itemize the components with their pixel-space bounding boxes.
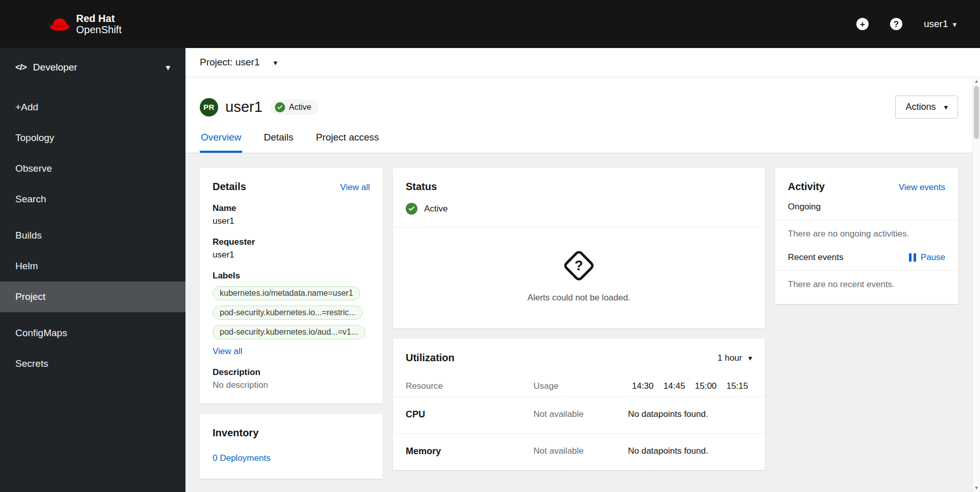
scroll-down-icon[interactable]: ▼ [973, 484, 980, 492]
check-circle-icon [406, 203, 417, 215]
status-card: Status Active ? Alerts coul [393, 168, 765, 329]
details-card: Details View all Name user1 Requester us… [200, 168, 383, 404]
brand-line2: OpenShift [76, 24, 122, 35]
chevron-down-icon: ▾ [273, 59, 277, 66]
time-tick-label: 14:30 [632, 381, 654, 391]
inventory-card-title: Inventory [213, 427, 259, 439]
unknown-alert-icon: ? [562, 249, 595, 282]
question-circle-icon: ? [890, 18, 902, 30]
time-tick-label: 15:00 [695, 381, 717, 391]
check-circle-icon [275, 102, 285, 112]
main-content: Project: user1 ▾ PR user1 Active [185, 48, 980, 492]
name-value: user1 [213, 216, 370, 226]
sidebar-item-helm[interactable]: Helm [0, 251, 185, 282]
status-card-title: Status [406, 181, 437, 193]
requester-value: user1 [213, 250, 370, 260]
resource-name: Memory [406, 446, 533, 457]
alerts-empty-state: ? Alerts could not be loaded. [393, 227, 765, 329]
username: user1 [924, 18, 948, 30]
chevron-down-icon: ▾ [166, 63, 170, 72]
help-icon[interactable]: ? [890, 18, 902, 30]
duration-value: 1 hour [717, 353, 742, 363]
label-pill: kubernetes.io/metadata.name=user1 [213, 286, 360, 300]
brand-line1: Red Hat [76, 13, 122, 24]
chevron-down-icon: ▾ [748, 354, 752, 362]
vertical-scrollbar: ▲ ▼ [972, 77, 980, 492]
deployments-link[interactable]: 0 Deployments [213, 453, 270, 463]
ongoing-empty-message: There are no ongoing activities. [775, 220, 958, 248]
resource-datapoints: No datapoints found. [628, 446, 752, 456]
ongoing-section-label: Ongoing [775, 193, 958, 220]
name-label: Name [213, 203, 370, 214]
details-view-all-link[interactable]: View all [340, 182, 370, 193]
create-plus-icon[interactable]: + [856, 18, 869, 30]
sidebar-item-project[interactable]: Project [0, 282, 185, 312]
pause-events-button[interactable]: Pause [909, 252, 945, 263]
chevron-down-icon: ▾ [952, 20, 956, 28]
project-bar: Project: user1 ▾ [185, 48, 980, 77]
overview-dashboard: Details View all Name user1 Requester us… [185, 153, 980, 492]
sidebar-item-builds[interactable]: Builds [0, 220, 185, 251]
scroll-up-icon[interactable]: ▲ [973, 77, 980, 85]
actions-button[interactable]: Actions ▾ [895, 96, 958, 119]
perspective-label: Developer [33, 62, 78, 73]
utilization-card: Utilization 1 hour ▾ Resource Usage 14:3… [393, 339, 765, 470]
project-selector[interactable]: Project: user1 ▾ [200, 57, 277, 68]
duration-dropdown[interactable]: 1 hour ▾ [717, 353, 752, 363]
sidebar-item-search[interactable]: Search [0, 184, 185, 215]
sidebar-item-configmaps[interactable]: ConfigMaps [0, 318, 185, 348]
resource-name: CPU [406, 409, 533, 420]
utilization-card-title: Utilization [406, 352, 455, 364]
labels-view-all-link[interactable]: View all [213, 346, 242, 357]
status-state-label: Active [424, 204, 448, 214]
sidebar-item-add[interactable]: +Add [0, 92, 185, 123]
utilization-row-memory: Memory Not available No datapoints found… [393, 433, 765, 470]
recent-empty-message: There are no recent events. [775, 271, 958, 304]
tab-bar: Overview Details Project access [185, 122, 980, 153]
time-axis: 14:30 14:45 15:00 15:15 [628, 381, 752, 391]
labels-label: Labels [213, 271, 370, 281]
utilization-row-cpu: CPU Not available No datapoints found. [393, 396, 765, 433]
project-selector-label: Project: user1 [200, 57, 260, 68]
tab-details[interactable]: Details [263, 122, 294, 153]
resource-usage: Not available [533, 446, 628, 456]
plus-circle-icon: + [856, 18, 869, 30]
alerts-empty-message: Alerts could not be loaded. [527, 293, 630, 303]
page-header: PR user1 Active Actions ▾ [185, 77, 980, 122]
activity-card: Activity View events Ongoing There are n… [775, 168, 958, 304]
red-hat-logo-icon [49, 16, 71, 32]
perspective-switcher[interactable]: </> Developer ▾ [0, 51, 185, 84]
sidebar-item-secrets[interactable]: Secrets [0, 348, 185, 379]
scrollbar-thumb[interactable] [974, 86, 979, 139]
status-badge-label: Active [289, 103, 312, 112]
details-card-title: Details [213, 181, 246, 193]
sidebar-item-observe[interactable]: Observe [0, 153, 185, 184]
page-scroll-area: PR user1 Active Actions ▾ Overview [185, 77, 980, 492]
pause-icon [909, 253, 916, 262]
time-tick-label: 15:15 [727, 381, 749, 391]
pause-button-label: Pause [921, 252, 945, 263]
resource-datapoints: No datapoints found. [628, 409, 752, 419]
label-pill: pod-security.kubernetes.io/aud...=v1... [213, 325, 365, 339]
usage-column-header: Usage [533, 381, 628, 391]
page-title: user1 [225, 99, 263, 115]
code-icon: </> [15, 62, 27, 73]
requester-label: Requester [213, 237, 370, 247]
label-pill: pod-security.kubernetes.io...=restric... [213, 306, 363, 320]
tab-project-access[interactable]: Project access [315, 122, 380, 153]
recent-events-label: Recent events [788, 252, 844, 263]
chevron-down-icon: ▾ [944, 103, 948, 111]
tab-overview[interactable]: Overview [200, 122, 242, 153]
view-events-link[interactable]: View events [899, 182, 945, 193]
inventory-card: Inventory 0 Deployments [200, 414, 383, 479]
actions-button-label: Actions [905, 102, 936, 112]
user-menu[interactable]: user1 ▾ [924, 18, 956, 30]
sidebar-item-topology[interactable]: Topology [0, 123, 185, 153]
resource-column-header: Resource [406, 381, 533, 391]
sidebar-nav: </> Developer ▾ +Add Topology Observe Se… [0, 48, 185, 492]
utilization-header-row: Resource Usage 14:30 14:45 15:00 15:15 [393, 364, 765, 396]
time-tick-label: 14:45 [663, 381, 685, 391]
status-badge: Active [270, 100, 319, 115]
resource-usage: Not available [533, 409, 628, 419]
brand-logo: Red Hat OpenShift [49, 13, 122, 36]
